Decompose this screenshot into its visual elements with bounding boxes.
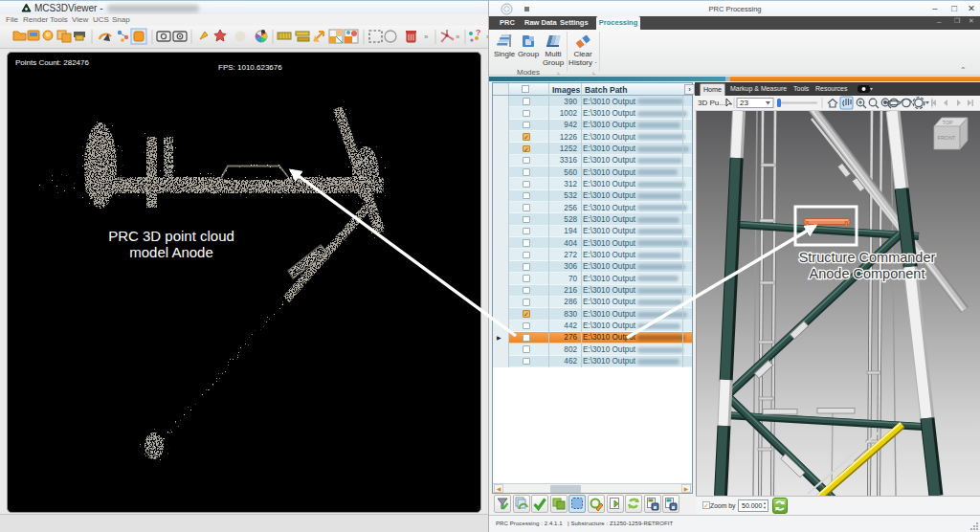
svg-text:?: ? — [476, 28, 481, 37]
svg-text:Structure Commander: Structure Commander — [799, 250, 936, 265]
svg-text:Anode Component: Anode Component — [810, 266, 925, 281]
svg-text:3D Pu...: 3D Pu... — [698, 99, 725, 107]
svg-text:FRONT: FRONT — [938, 135, 957, 141]
svg-text:TOP: TOP — [942, 120, 953, 125]
svg-text:»: » — [456, 33, 460, 41]
svg-text:23: 23 — [740, 99, 748, 107]
svg-text:»: » — [424, 33, 429, 41]
